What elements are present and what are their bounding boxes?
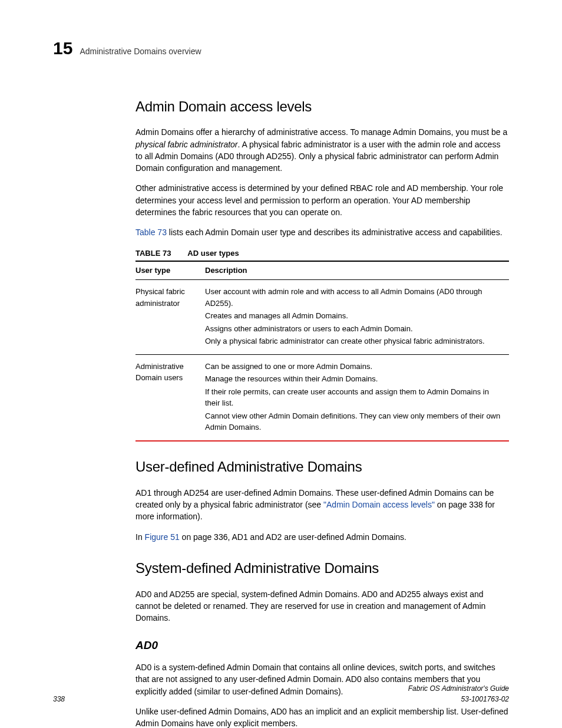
cell-user-type: Administrative Domain users xyxy=(135,354,205,441)
footer-guide-title: Fabric OS Administrator's Guide xyxy=(408,684,509,694)
paragraph: In Figure 51 on page 336, AD1 and AD2 ar… xyxy=(135,531,509,543)
table-title: AD user types xyxy=(187,249,239,258)
header-title: Administrative Domains overview xyxy=(80,45,201,57)
table-header-user-type: User type xyxy=(135,261,205,280)
xref-figure-51[interactable]: Figure 51 xyxy=(145,532,180,542)
paragraph: AD0 and AD255 are special, system-define… xyxy=(135,588,509,624)
section-heading-access-levels: Admin Domain access levels xyxy=(135,97,509,117)
subsection-heading-ad0: AD0 xyxy=(135,637,509,654)
section-heading-system-defined: System-defined Administrative Domains xyxy=(135,558,509,579)
content-area: Admin Domain access levels Admin Domains… xyxy=(135,97,509,729)
paragraph: Unlike user-defined Admin Domains, AD0 h… xyxy=(135,706,509,728)
xref-admin-domain-access[interactable]: "Admin Domain access levels" xyxy=(323,500,435,509)
table-row: Administrative Domain users Can be assig… xyxy=(135,354,509,441)
cell-description: Can be assigned to one or more Admin Dom… xyxy=(205,354,509,441)
table-header-description: Description xyxy=(205,261,509,280)
table-row: Physical fabric administrator User accou… xyxy=(135,280,509,355)
page-header: 15 Administrative Domains overview xyxy=(53,35,509,61)
paragraph: Admin Domains offer a hierarchy of admin… xyxy=(135,126,509,174)
ad-user-types-table: User type Description Physical fabric ad… xyxy=(135,261,509,442)
document-page: 15 Administrative Domains overview Admin… xyxy=(0,0,562,728)
term-physical-fabric-admin: physical fabric administrator xyxy=(135,140,238,149)
cell-user-type: Physical fabric administrator xyxy=(135,280,205,355)
table-caption: TABLE 73 AD user types xyxy=(135,247,509,259)
page-number: 338 xyxy=(53,694,65,704)
paragraph: Other administrative access is determine… xyxy=(135,182,509,218)
xref-table-73[interactable]: Table 73 xyxy=(135,228,167,237)
section-heading-user-defined: User-defined Administrative Domains xyxy=(135,457,509,477)
table-label: TABLE 73 xyxy=(135,249,171,258)
footer-doc-number: 53-1001763-02 xyxy=(408,694,509,704)
chapter-number: 15 xyxy=(53,35,72,61)
cell-description: User account with admin role and with ac… xyxy=(205,280,509,355)
paragraph: Table 73 lists each Admin Domain user ty… xyxy=(135,226,509,238)
footer-doc-info: Fabric OS Administrator's Guide 53-10017… xyxy=(408,684,509,704)
paragraph: AD1 through AD254 are user-defined Admin… xyxy=(135,487,509,523)
page-footer: 338 Fabric OS Administrator's Guide 53-1… xyxy=(53,684,509,704)
